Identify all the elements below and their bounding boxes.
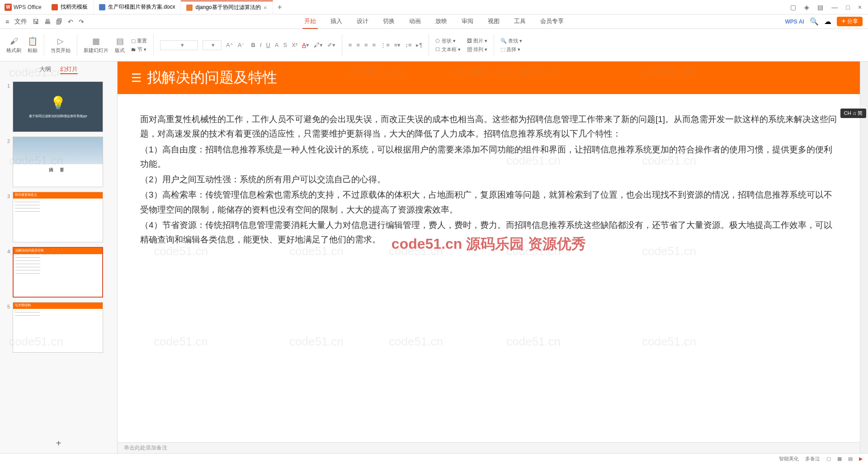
share-button[interactable]: ✈ 分享 <box>837 17 863 26</box>
view-normal-icon[interactable]: ▢ <box>826 456 831 462</box>
thumbnails-panel[interactable]: 1 💡基于协同过滤算法的招聘信息推荐系统ppt 2 摘 要 3 研究背景和意义—… <box>0 78 117 434</box>
decrease-font-icon[interactable]: A⁻ <box>238 42 245 48</box>
wps-ai-button[interactable]: WPS AI <box>785 19 804 25</box>
tab-docx[interactable]: 生产印模图片替换方案.docx <box>94 0 181 14</box>
bold-icon[interactable]: B <box>251 42 255 48</box>
separator <box>429 34 429 57</box>
clear-format-icon[interactable]: ✐▾ <box>327 42 335 48</box>
justify-icon[interactable]: ≡ <box>373 42 376 48</box>
select-button[interactable]: ⬚ 选择 ▾ <box>500 46 522 53</box>
scrollbar[interactable] <box>860 62 868 453</box>
paragraph-group: ≡ ≡ ≡ ≡ ⋮≡ ≡▾ ↕≡ ▸¶ <box>349 42 423 48</box>
hamburger-icon[interactable]: ≡ <box>5 18 9 25</box>
undo-icon[interactable]: ↶ <box>68 18 73 25</box>
close-icon[interactable]: × <box>264 4 267 11</box>
ime-badge[interactable]: CH ♫ 简 <box>840 109 866 118</box>
separator <box>77 34 77 57</box>
slide-thumb-2[interactable]: 摘 要 <box>13 137 103 187</box>
start-current-button[interactable]: ▷当页开始 <box>51 36 71 54</box>
slide-thumb-3[interactable]: 研究背景和意义—————————————————————————————————… <box>13 192 103 242</box>
highlight-icon[interactable]: 🖍▾ <box>314 42 323 48</box>
italic-icon[interactable]: I <box>260 42 262 48</box>
shape-button[interactable]: ⬠ 形状 ▾ <box>435 38 460 44</box>
align-center-icon[interactable]: ≡ <box>356 42 360 48</box>
section-button[interactable]: 🖿 节 ▾ <box>131 46 147 53</box>
menu-design[interactable]: 设计 <box>355 14 370 29</box>
clipboard-icon: 📋 <box>28 36 38 46</box>
file-menu[interactable]: 文件 <box>14 18 27 26</box>
add-tab-button[interactable]: + <box>273 3 287 11</box>
save-icon[interactable]: 🖫 <box>33 18 39 25</box>
underline-icon[interactable]: U <box>266 42 270 48</box>
align-left-icon[interactable]: ≡ <box>349 42 352 48</box>
font-size[interactable]: ▾ <box>203 40 222 50</box>
menu-tools[interactable]: 工具 <box>512 14 528 29</box>
menu-icon[interactable]: ▤ <box>817 4 823 11</box>
app-name: WPS Office <box>14 4 42 10</box>
notes-toggle[interactable]: 多备注 <box>805 455 820 462</box>
superscript-icon[interactable]: X² <box>292 42 297 48</box>
textbox-button[interactable]: ☐ 文本框 ▾ <box>435 46 460 53</box>
new-slide-button[interactable]: ▦新建幻灯片 <box>84 36 108 54</box>
menu-slideshow[interactable]: 放映 <box>434 14 449 29</box>
slide-body: 面对高重复性机械性的工作，工作人员不可避免的会出现失误，而改正失误的成本也相当高… <box>118 94 860 266</box>
menu-animation[interactable]: 动画 <box>407 14 423 29</box>
thumb-number: 4 <box>3 247 10 254</box>
menu-right: WPS AI 🔍 ☁ ✈ 分享 <box>785 17 863 26</box>
separator <box>153 34 154 57</box>
separator <box>342 34 342 57</box>
menu-transition[interactable]: 切换 <box>381 14 396 29</box>
add-slide-button[interactable]: + <box>0 434 117 453</box>
menu-review[interactable]: 审阅 <box>460 14 475 29</box>
strikethrough-icon[interactable]: S <box>283 42 287 48</box>
strike-icon[interactable]: A <box>275 42 279 48</box>
close-window-icon[interactable]: × <box>858 4 862 11</box>
text-format-group: B I U A S X² A▾ 🖍▾ ✐▾ <box>251 42 335 48</box>
tab-templates[interactable]: 找稻壳模板 <box>46 0 94 14</box>
menu-start[interactable]: 开始 <box>302 14 318 29</box>
bullets-icon[interactable]: ⋮≡ <box>380 42 390 48</box>
layout-button[interactable]: ▤版式 <box>115 36 125 54</box>
view-sorter-icon[interactable]: ▦ <box>837 456 842 462</box>
format-painter-button[interactable]: 🖌格式刷 <box>6 37 21 54</box>
reset-button[interactable]: ▢ 重置 <box>131 38 147 44</box>
slide-thumb-1[interactable]: 💡基于协同过滤算法的招聘信息推荐系统ppt <box>13 81 103 132</box>
menu-view[interactable]: 视图 <box>486 14 501 29</box>
align-right-icon[interactable]: ≡ <box>364 42 368 48</box>
maximize-icon[interactable]: □ <box>846 4 849 11</box>
print-icon[interactable]: 🖶 <box>44 18 51 25</box>
template-icon <box>52 4 58 10</box>
smart-beautify[interactable]: 智能美化 <box>779 455 799 462</box>
picture-button[interactable]: 🖼 图片 ▾ <box>467 38 487 44</box>
indent-icon[interactable]: ▸¶ <box>416 42 422 48</box>
line-spacing-icon[interactable]: ↕≡ <box>405 42 411 48</box>
thumb-number: 5 <box>3 302 10 309</box>
preview-icon[interactable]: 🗐 <box>56 18 62 25</box>
increase-font-icon[interactable]: A⁺ <box>226 42 233 48</box>
slide-thumb-5[interactable]: 论文研结构—————————————————————— <box>13 302 103 353</box>
font-color-icon[interactable]: A▾ <box>302 42 309 48</box>
arrange-button[interactable]: ▦ 排列 ▾ <box>467 46 487 53</box>
cloud-icon[interactable]: ☁ <box>824 17 831 26</box>
cube-icon[interactable]: ◈ <box>804 4 809 11</box>
font-select[interactable]: ▾ <box>160 40 198 50</box>
view-reading-icon[interactable]: ▤ <box>848 456 853 462</box>
workspace: 大纲 幻灯片 1 💡基于协同过滤算法的招聘信息推荐系统ppt 2 摘 要 3 研… <box>0 62 868 453</box>
find-button[interactable]: 🔍 查找 ▾ <box>500 38 522 44</box>
tab-outline[interactable]: 大纲 <box>39 65 51 74</box>
numbering-icon[interactable]: ≡▾ <box>394 42 401 48</box>
view-slideshow-icon[interactable]: ▶ <box>859 456 863 462</box>
slide-canvas[interactable]: ☰ 拟解决的问题及特性 面对高重复性机械性的工作，工作人员不可避免的会出现失误，… <box>118 62 860 442</box>
new-slide-icon: ▦ <box>92 36 100 46</box>
paste-button[interactable]: 📋粘贴 <box>28 36 38 54</box>
minimize-icon[interactable]: — <box>831 4 838 11</box>
tab-ppt[interactable]: django基于协同过滤算法的× <box>181 0 273 14</box>
window-icon[interactable]: ▢ <box>790 4 796 11</box>
tab-slides[interactable]: 幻灯片 <box>60 65 78 74</box>
redo-icon[interactable]: ↷ <box>79 18 84 25</box>
slide-thumb-4[interactable]: 拟解决的问题及特性———————————————————————————————… <box>13 247 103 298</box>
menu-insert[interactable]: 插入 <box>329 14 344 29</box>
notes-placeholder[interactable]: 单击此处添加备注 <box>118 442 860 453</box>
menu-member[interactable]: 会员专享 <box>538 14 566 29</box>
search-icon[interactable]: 🔍 <box>810 17 819 26</box>
